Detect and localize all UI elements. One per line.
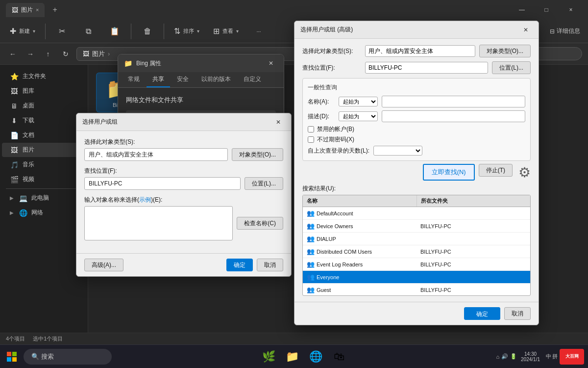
bing-tab-custom[interactable]: 自定义 <box>238 72 267 87</box>
bing-tab-previous[interactable]: 以前的版本 <box>196 72 237 87</box>
adv-ok-btn[interactable]: 确定 <box>464 307 500 320</box>
select-user-ok-btn[interactable]: 确定 <box>226 259 253 271</box>
sidebar-item-music[interactable]: 🎵 音乐 <box>2 158 86 172</box>
adv-result-row[interactable]: 👥 Everyone <box>303 271 530 284</box>
details-panel-btn[interactable]: ⊟ 详细信息 <box>546 25 584 37</box>
close-btn[interactable]: × <box>560 2 582 18</box>
adv-disabled-label: 禁用的帐户(B) <box>317 125 354 133</box>
advanced-dialog-close-btn[interactable]: ✕ <box>519 23 533 37</box>
sidebar-thispc-label: 此电脑 <box>31 194 49 202</box>
sidebar-item-home[interactable]: ⭐ 主文件夹 <box>2 69 86 83</box>
adv-result-row[interactable]: 👥 DIALUP <box>303 233 530 245</box>
adv-result-name: 👥 DefaultAccount <box>303 209 416 218</box>
advanced-btn[interactable]: 高级(A)... <box>84 259 123 271</box>
bing-tab-security[interactable]: 安全 <box>171 72 195 87</box>
view-dropdown-arrow[interactable]: ▾ <box>236 28 239 34</box>
forward-btn[interactable]: → <box>24 47 37 61</box>
sidebar-item-desktop[interactable]: 🖥 桌面 <box>2 99 86 113</box>
maximize-btn[interactable]: □ <box>535 2 558 18</box>
adv-days-row: 自上次查登录的天数(L): <box>308 146 525 156</box>
adv-cancel-btn[interactable]: 取消 <box>504 307 531 320</box>
adv-object-type-btn[interactable]: 对象类型(O)... <box>479 45 531 57</box>
thispc-icon: 💻 <box>19 194 27 202</box>
explorer-tab[interactable]: 🖼 图片 × <box>6 3 45 17</box>
object-type-btn[interactable]: 对象类型(O)... <box>232 148 283 161</box>
adv-stop-btn[interactable]: 停止(T) <box>479 164 513 177</box>
advanced-dialog-titlebar: 选择用户或组 (高级) ✕ <box>294 21 539 39</box>
tab-close-btn[interactable]: × <box>36 7 39 13</box>
taskbar-icon-store[interactable]: 🛍 <box>329 347 349 367</box>
sidebar-item-pictures[interactable]: 🖼 图片 <box>2 143 86 157</box>
taskbar-icon-folder[interactable]: 📁 <box>282 347 302 367</box>
object-name-textarea[interactable] <box>84 206 233 240</box>
back-btn[interactable]: ← <box>6 47 20 61</box>
sidebar-item-network[interactable]: ▶ 🌐 网络 <box>2 206 86 220</box>
start-button[interactable] <box>4 349 20 365</box>
adv-search-decorative: ⚙ <box>518 164 531 181</box>
copy-button[interactable]: ⧉ <box>76 25 100 38</box>
sidebar-item-videos[interactable]: 🎬 视频 <box>2 172 86 186</box>
taskbar-icon-nature[interactable]: 🌿 <box>259 347 278 367</box>
minimize-btn[interactable]: — <box>511 2 533 18</box>
adv-noexpiry-checkbox[interactable] <box>308 136 314 143</box>
adv-result-row[interactable]: 👥 Distributed COM Users BILLYFU-PC <box>303 245 530 258</box>
adv-name-filter-select[interactable]: 起始为 包含 <box>339 97 378 106</box>
tab-label: 图片 <box>21 6 33 14</box>
sidebar-item-gallery[interactable]: 🖼 图库 <box>2 84 86 98</box>
select-user-close-btn[interactable]: ✕ <box>271 115 285 129</box>
new-tab-btn[interactable]: + <box>49 3 61 16</box>
adv-result-row[interactable]: 👥 Event Log Readers BILLYFU-PC <box>303 258 530 271</box>
new-button[interactable]: ✚ 新建 ▾ <box>4 24 41 39</box>
input-object-label: 输入对象名称来选择(示例)(E): <box>84 196 162 204</box>
select-user-cancel-btn[interactable]: 取消 <box>257 259 283 271</box>
adv-result-name: 👥 Distributed COM Users <box>303 247 416 256</box>
check-name-btn[interactable]: 检查名称(C) <box>237 217 283 230</box>
example-link[interactable]: 示例 <box>139 196 151 203</box>
svg-rect-1 <box>12 352 17 356</box>
adv-search-btn[interactable]: 立即查找(N) <box>423 164 475 181</box>
sidebar-documents-label: 文档 <box>23 131 34 139</box>
sidebar-item-documents[interactable]: 📄 文档 <box>2 128 86 142</box>
taskbar-search-box[interactable]: 🔍 搜索 <box>24 349 112 365</box>
sidebar-item-downloads[interactable]: ⬇ 下载 <box>2 113 86 128</box>
object-type-row: 选择此对象类型(S): 用户、组或内置安全主体 对象类型(O)... <box>84 138 283 161</box>
adv-days-select[interactable] <box>373 146 422 156</box>
refresh-btn[interactable]: ↻ <box>59 47 73 61</box>
item-count: 4个项目 <box>6 335 25 342</box>
bing-tab-general[interactable]: 常规 <box>122 72 146 87</box>
adv-desc-filter-select[interactable]: 起始为 包含 <box>339 111 378 121</box>
sidebar-item-thispc[interactable]: ▶ 💻 此电脑 <box>2 191 86 205</box>
user-group-icon: 👥 <box>307 235 315 242</box>
taskbar-search-placeholder: 搜索 <box>41 352 54 361</box>
adv-location-btn[interactable]: 位置(L)... <box>492 61 531 74</box>
input-object-input-row: 检查名称(C) <box>84 206 283 240</box>
tray-lang-zh: 中 <box>546 353 551 360</box>
adv-location-label: 查找位置(F): <box>302 64 361 72</box>
tray-battery: 🔋 <box>510 353 517 360</box>
location-btn[interactable]: 位置(L)... <box>245 177 283 190</box>
adv-result-row[interactable]: 👥 Device Owners BILLYFU-PC <box>303 220 530 233</box>
view-button[interactable]: ⊞ 查看 ▾ <box>207 24 245 39</box>
adv-name-input[interactable] <box>382 96 525 107</box>
adv-result-row[interactable]: 👥 Guest BILLYFU-PC <box>303 284 530 295</box>
tray-network: ⌂ <box>496 354 499 360</box>
bing-tab-share[interactable]: 共享 <box>147 72 170 87</box>
delete-button[interactable]: 🗑 <box>135 25 160 38</box>
sort-button[interactable]: ⇅ 排序 ▾ <box>168 24 205 39</box>
bing-dialog-titlebar: 📁 Bing 属性 ✕ <box>118 54 284 72</box>
advanced-dialog-title: 选择用户或组 (高级) <box>300 26 353 34</box>
adv-result-name: 👥 Guest <box>303 285 416 294</box>
adv-desc-input[interactable] <box>382 110 525 122</box>
sort-dropdown-arrow[interactable]: ▾ <box>197 28 199 34</box>
adv-disabled-checkbox[interactable] <box>308 126 314 132</box>
more-button[interactable]: ··· <box>246 26 271 36</box>
adv-result-row[interactable]: 👥 DefaultAccount <box>303 207 530 220</box>
taskbar-icon-edge[interactable]: 🌐 <box>306 347 325 367</box>
up-btn[interactable]: ↑ <box>41 47 55 61</box>
new-dropdown-arrow[interactable]: ▾ <box>33 28 35 34</box>
sidebar-network-label: 网络 <box>31 209 43 217</box>
status-bar: 4个项目 选中1个项目 <box>0 333 588 344</box>
bing-dialog-close[interactable]: ✕ <box>264 56 278 70</box>
paste-button[interactable]: 📋 <box>102 25 127 38</box>
cut-button[interactable]: ✂ <box>49 25 74 38</box>
